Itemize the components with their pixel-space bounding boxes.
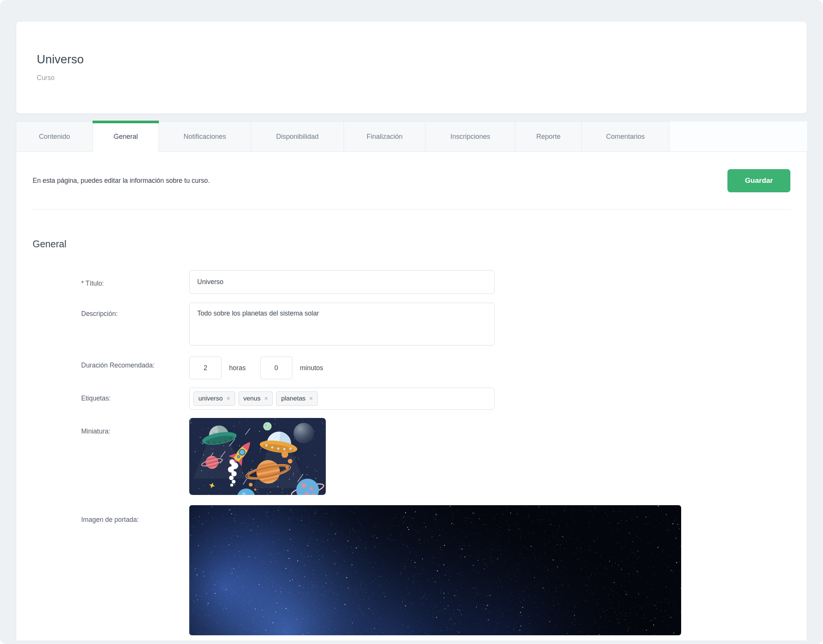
- course-header-card: Universo Curso: [16, 21, 807, 114]
- cover-label: Imagen de portada:: [81, 505, 159, 525]
- tags-row: Etiquetas: universo × venus × planetas ×: [81, 388, 807, 410]
- tab-inscripciones[interactable]: Inscripciones: [426, 121, 515, 152]
- page-subtitle: Curso: [37, 74, 786, 82]
- tab-notificaciones[interactable]: Notificaciones: [159, 121, 251, 152]
- tag-chip: venus ×: [239, 391, 273, 406]
- save-button[interactable]: Guardar: [727, 169, 790, 192]
- remove-tag-icon[interactable]: ×: [264, 396, 268, 402]
- description-row: Descripción: Todo sobre los planetas del…: [81, 303, 807, 346]
- hours-input[interactable]: [189, 357, 221, 379]
- page-title: Universo: [37, 53, 786, 66]
- tag-label: planetas: [281, 395, 305, 402]
- remove-tag-icon[interactable]: ×: [226, 396, 230, 402]
- thumbnail-image[interactable]: [189, 418, 326, 495]
- tab-reporte[interactable]: Reporte: [515, 121, 582, 152]
- screen: Universo Curso Contenido General Notific…: [0, 0, 823, 644]
- cover-row: Imagen de portada:: [81, 505, 807, 635]
- thumbnail-row: Miniatura:: [81, 418, 807, 495]
- title-label: * Título:: [81, 270, 159, 288]
- course-form: * Título: Descripción: Todo sobre los pl…: [16, 270, 807, 635]
- tab-comentarios[interactable]: Comentarios: [582, 121, 669, 152]
- tags-label: Etiquetas:: [81, 388, 159, 403]
- remove-tag-icon[interactable]: ×: [309, 396, 313, 402]
- duration-controls: horas minutos: [189, 357, 323, 379]
- tab-finalizacion[interactable]: Finalización: [344, 121, 426, 152]
- tag-chip: planetas ×: [276, 391, 318, 406]
- title-input[interactable]: [189, 270, 495, 294]
- hours-unit-label: horas: [229, 364, 246, 372]
- tab-general[interactable]: General: [93, 121, 159, 152]
- minutes-input[interactable]: [260, 357, 292, 379]
- content-panel: En esta página, puedes editar la informa…: [16, 152, 807, 641]
- tags-input[interactable]: universo × venus × planetas ×: [189, 388, 495, 410]
- thumbnail-label: Miniatura:: [81, 418, 159, 436]
- page-background: Universo Curso Contenido General Notific…: [0, 0, 823, 644]
- tag-label: universo: [198, 395, 223, 402]
- description-textarea[interactable]: Todo sobre los planetas del sistema sola…: [189, 303, 495, 346]
- intro-row: En esta página, puedes editar la informa…: [33, 152, 790, 210]
- description-label: Descripción:: [81, 303, 159, 319]
- tag-label: venus: [243, 395, 261, 402]
- tag-chip: universo ×: [193, 391, 235, 406]
- minutes-unit-label: minutos: [300, 364, 323, 372]
- tab-bar: Contenido General Notificaciones Disponi…: [16, 121, 807, 152]
- duration-label: Duración Recomendada:: [81, 357, 159, 370]
- title-row: * Título:: [81, 270, 807, 294]
- tab-disponibilidad[interactable]: Disponibilidad: [251, 121, 344, 152]
- tab-bar-filler: [669, 121, 807, 152]
- intro-text: En esta página, puedes editar la informa…: [33, 177, 210, 185]
- section-heading: General: [33, 238, 807, 250]
- tab-contenido[interactable]: Contenido: [16, 121, 93, 152]
- cover-image[interactable]: [189, 505, 681, 635]
- duration-row: Duración Recomendada: horas minutos: [81, 357, 807, 379]
